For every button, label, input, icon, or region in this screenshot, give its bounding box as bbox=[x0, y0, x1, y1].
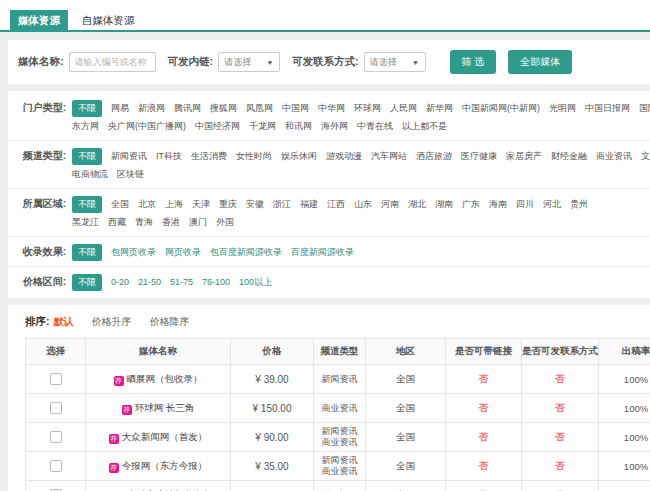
filter-chip[interactable]: 和讯网 bbox=[285, 120, 312, 133]
filter-chip[interactable]: 51-75 bbox=[170, 277, 193, 287]
cell-media-name: 荐晒展网（包收录） bbox=[86, 365, 231, 394]
filter-chip[interactable]: 网页收录 bbox=[165, 246, 201, 259]
filter-chip[interactable]: 中青在线 bbox=[357, 120, 393, 133]
filter-row: 频道类型:不限新闻资讯IT科技生活消费女性时尚娱乐休闲游戏动漫汽车网站酒店旅游医… bbox=[8, 140, 650, 188]
row-checkbox[interactable] bbox=[50, 431, 62, 443]
filter-chip[interactable]: 人民网 bbox=[390, 102, 417, 115]
filter-chip[interactable]: 国际在线 bbox=[639, 102, 650, 115]
filter-chip[interactable]: 山东 bbox=[354, 198, 372, 211]
filter-chip[interactable]: 黑龙江 bbox=[72, 216, 99, 229]
filter-chip[interactable]: 不限 bbox=[72, 196, 102, 213]
filter-chip[interactable]: 凤凰网 bbox=[246, 102, 273, 115]
column-header: 是否可带链接 bbox=[446, 339, 522, 365]
sort-option[interactable]: 价格升序 bbox=[92, 315, 132, 329]
filter-chip[interactable]: 娱乐休闲 bbox=[281, 150, 317, 163]
filter-chip[interactable]: 76-100 bbox=[202, 277, 230, 287]
filter-chip[interactable]: 21-50 bbox=[138, 277, 161, 287]
filter-chip[interactable]: 医疗健康 bbox=[461, 150, 497, 163]
sort-option[interactable]: 默认 bbox=[54, 315, 74, 329]
filter-chip[interactable]: 澳门 bbox=[189, 216, 207, 229]
filter-chip[interactable]: 文化艺术 bbox=[641, 150, 650, 163]
filter-chip[interactable]: 不限 bbox=[72, 244, 102, 261]
filter-chip[interactable]: 安徽 bbox=[246, 198, 264, 211]
filter-chip[interactable]: 中国经济网 bbox=[195, 120, 240, 133]
filter-chip[interactable]: 河南 bbox=[381, 198, 399, 211]
filter-chip[interactable]: 汽车网站 bbox=[371, 150, 407, 163]
filter-chip[interactable]: IT科技 bbox=[156, 150, 182, 163]
media-name-input[interactable] bbox=[69, 52, 156, 72]
filter-chip[interactable]: 搜狐网 bbox=[210, 102, 237, 115]
filter-chip[interactable]: 包百度新闻源收录 bbox=[210, 246, 282, 259]
all-media-button[interactable]: 全部媒体 bbox=[508, 50, 572, 74]
sort-option[interactable]: 价格降序 bbox=[150, 315, 190, 329]
filter-chip-lines: 不限新闻资讯IT科技生活消费女性时尚娱乐休闲游戏动漫汽车网站酒店旅游医疗健康家居… bbox=[72, 147, 650, 183]
filter-chip[interactable]: 中国新闻网(中新网) bbox=[462, 102, 540, 115]
chevron-down-icon: ▼ bbox=[266, 58, 274, 65]
filter-chip[interactable]: 新华网 bbox=[426, 102, 453, 115]
filter-chip[interactable]: 女性时尚 bbox=[236, 150, 272, 163]
filter-chip[interactable]: 天津 bbox=[192, 198, 210, 211]
filter-chip[interactable]: 区块链 bbox=[117, 168, 144, 181]
filter-chip[interactable]: 贵州 bbox=[570, 198, 588, 211]
filter-chip[interactable]: 不限 bbox=[72, 148, 102, 165]
filter-chip[interactable]: 新闻资讯 bbox=[111, 150, 147, 163]
filter-chip[interactable]: 电商物流 bbox=[72, 168, 108, 181]
filter-chip[interactable]: 千龙网 bbox=[249, 120, 276, 133]
cell-region: 全国 bbox=[366, 452, 446, 481]
filter-chip[interactable]: 游戏动漫 bbox=[326, 150, 362, 163]
filter-chip[interactable]: 外国 bbox=[216, 216, 234, 229]
filter-chip[interactable]: 东方网 bbox=[72, 120, 99, 133]
filter-chip[interactable]: 河北 bbox=[543, 198, 561, 211]
filter-chip[interactable]: 湖北 bbox=[408, 198, 426, 211]
filter-chip[interactable]: 香港 bbox=[162, 216, 180, 229]
filter-chip[interactable]: 网易 bbox=[111, 102, 129, 115]
filter-chip[interactable]: 不限 bbox=[72, 274, 102, 291]
filter-chip[interactable]: 以上都不是 bbox=[402, 120, 447, 133]
contact-method-select[interactable]: 请选择 ▼ bbox=[364, 52, 426, 72]
cell-publish-rate: 100% bbox=[599, 394, 650, 423]
filter-chip[interactable]: 海南 bbox=[489, 198, 507, 211]
filter-chip[interactable]: 腾讯网 bbox=[174, 102, 201, 115]
filter-chip[interactable]: 不限 bbox=[72, 100, 102, 117]
tab-media-resources[interactable]: 媒体资源 bbox=[10, 10, 68, 30]
filter-chip[interactable]: 中国日报网 bbox=[585, 102, 630, 115]
filter-chip[interactable]: 四川 bbox=[516, 198, 534, 211]
cell-price: ¥ 90.00 bbox=[231, 423, 314, 452]
filter-chip[interactable]: 0-20 bbox=[111, 277, 129, 287]
filter-chip[interactable]: 江西 bbox=[327, 198, 345, 211]
filter-chip[interactable]: 福建 bbox=[300, 198, 318, 211]
filter-chip[interactable]: 财经金融 bbox=[551, 150, 587, 163]
filter-chip[interactable]: 中国网 bbox=[282, 102, 309, 115]
row-checkbox[interactable] bbox=[50, 402, 62, 414]
filter-chip[interactable]: 家居房产 bbox=[506, 150, 542, 163]
filter-chip[interactable]: 光明网 bbox=[549, 102, 576, 115]
filter-chip[interactable]: 100以上 bbox=[239, 276, 272, 289]
filter-chip[interactable]: 生活消费 bbox=[191, 150, 227, 163]
row-checkbox[interactable] bbox=[50, 460, 62, 472]
top-tab-bar: 媒体资源自媒体资源 bbox=[0, 0, 650, 32]
filter-chip[interactable]: 重庆 bbox=[219, 198, 237, 211]
filter-chip[interactable]: 商业资讯 bbox=[596, 150, 632, 163]
filter-chip[interactable]: 酒店旅游 bbox=[416, 150, 452, 163]
filter-chip[interactable]: 湖南 bbox=[435, 198, 453, 211]
media-name-text: 晒展网（包收录） bbox=[127, 373, 203, 384]
inner-link-select[interactable]: 请选择 ▼ bbox=[218, 52, 280, 72]
filter-chip[interactable]: 北京 bbox=[138, 198, 156, 211]
filter-chip[interactable]: 包网页收录 bbox=[111, 246, 156, 259]
filter-chip[interactable]: 海外网 bbox=[321, 120, 348, 133]
cell-price: ¥ 35.00 bbox=[231, 452, 314, 481]
filter-chip[interactable]: 上海 bbox=[165, 198, 183, 211]
filter-chip[interactable]: 西藏 bbox=[108, 216, 126, 229]
filter-chip[interactable]: 广东 bbox=[462, 198, 480, 211]
filter-chip[interactable]: 青海 bbox=[135, 216, 153, 229]
filter-chip[interactable]: 新浪网 bbox=[138, 102, 165, 115]
filter-chip[interactable]: 百度新闻源收录 bbox=[291, 246, 354, 259]
filter-chip[interactable]: 环球网 bbox=[354, 102, 381, 115]
filter-button[interactable]: 筛 选 bbox=[450, 50, 497, 74]
filter-chip[interactable]: 央广网(中国广播网) bbox=[108, 120, 186, 133]
filter-chip[interactable]: 中华网 bbox=[318, 102, 345, 115]
tab-self-media-resources[interactable]: 自媒体资源 bbox=[74, 10, 143, 30]
filter-chip[interactable]: 浙江 bbox=[273, 198, 291, 211]
filter-chip[interactable]: 全国 bbox=[111, 198, 129, 211]
row-checkbox[interactable] bbox=[50, 373, 62, 385]
